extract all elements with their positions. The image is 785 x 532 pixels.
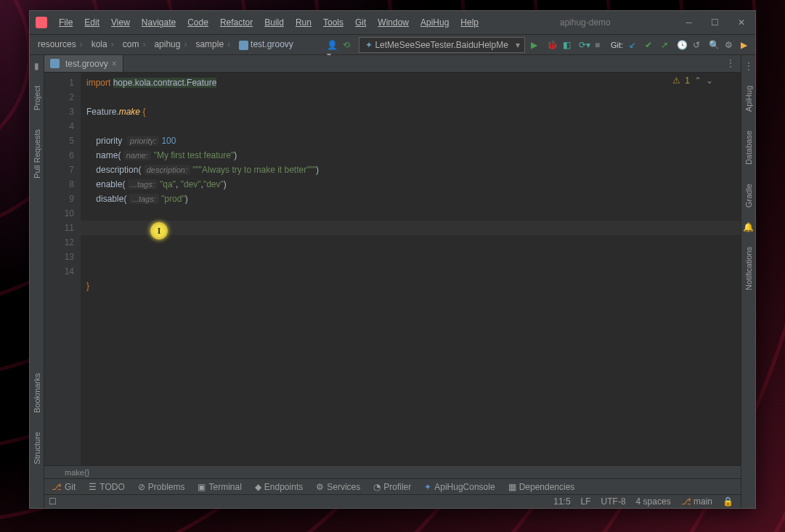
ide-window: File Edit View Navigate Code Refactor Bu… — [29, 10, 756, 509]
crumb-file[interactable]: test.groovy — [235, 38, 297, 51]
profiler-toolwindow-button[interactable]: ◔ Profiler — [373, 482, 411, 492]
notifications-tool-button[interactable]: Notifications — [743, 242, 755, 295]
git-toolwindow-button[interactable]: ⎇ Git — [52, 482, 76, 492]
title-bar: File Edit View Navigate Code Refactor Bu… — [30, 11, 755, 35]
apihug-tool-button[interactable]: ApiHug — [743, 81, 755, 116]
project-collapse-icon[interactable]: ▮ — [34, 61, 39, 71]
editor-tab[interactable]: test.groovy × — [44, 55, 123, 72]
notifications-icon[interactable]: 🔔 — [743, 222, 754, 232]
problems-toolwindow-button[interactable]: ⊘ Problems — [138, 482, 185, 492]
git-history-button[interactable]: 🕓 — [677, 40, 687, 50]
code-content[interactable]: import hope.kola.contract.Feature Featur… — [81, 73, 741, 465]
groovy-file-icon — [239, 41, 248, 50]
coverage-button[interactable]: ◧ — [563, 40, 573, 50]
menu-edit[interactable]: Edit — [78, 13, 105, 32]
bookmarks-tool-button[interactable]: Bookmarks — [31, 369, 43, 417]
git-update-button[interactable]: ↙ — [629, 40, 639, 50]
menu-navigate[interactable]: Navigate — [136, 13, 182, 32]
dependencies-toolwindow-button[interactable]: ▦ Dependencies — [508, 482, 575, 492]
services-toolwindow-button[interactable]: ⚙ Services — [316, 482, 360, 492]
bottom-toolwindow-bar: ⎇ Git ☰ TODO ⊘ Problems ▣ Terminal ◆ End… — [44, 478, 741, 494]
tab-options-button[interactable]: ⋮ — [720, 55, 741, 72]
add-user-icon[interactable]: 👤▾ — [327, 40, 337, 50]
tab-close-button[interactable]: × — [112, 59, 117, 69]
code-editor[interactable]: 1234567891011121314 import hope.kola.con… — [44, 73, 741, 465]
run-button[interactable]: ▶ — [531, 40, 541, 50]
line-sep[interactable]: LF — [581, 496, 591, 507]
endpoints-toolwindow-button[interactable]: ◆ Endpoints — [255, 482, 303, 492]
menu-build[interactable]: Build — [259, 13, 290, 32]
toolwindow-toggle-button[interactable]: ☐ — [49, 496, 57, 507]
more-run-button[interactable]: ⟳▾ — [579, 40, 589, 50]
lock-icon[interactable]: 🔒 — [723, 496, 733, 507]
menu-view[interactable]: View — [105, 13, 136, 32]
menu-refactor[interactable]: Refactor — [214, 13, 259, 32]
search-everywhere-button[interactable]: 🔍 — [709, 40, 719, 50]
stop-button[interactable]: ■ — [595, 40, 605, 50]
settings-button[interactable]: ⚙ — [725, 40, 735, 50]
pullrequests-tool-button[interactable]: Pull Requests — [31, 125, 43, 183]
build-icon[interactable]: ⟲ — [343, 40, 353, 50]
crumb-kola[interactable]: kola — [88, 38, 118, 51]
menu-tools[interactable]: Tools — [317, 13, 349, 32]
crumb-sample[interactable]: sample — [192, 38, 234, 51]
editor-area: test.groovy × ⋮ 1234567891011121314 impo… — [44, 55, 741, 508]
crumb-apihug[interactable]: apihug — [150, 38, 190, 51]
structure-crumb[interactable]: make{} — [44, 465, 741, 478]
editor-body: ▮ Project Pull Requests Bookmarks Struct… — [30, 55, 755, 508]
database-tool-button[interactable]: Database — [743, 126, 755, 169]
menu-code[interactable]: Code — [182, 13, 214, 32]
inspection-indicator[interactable]: ⚠ 1 ⌃ ⌄ — [672, 75, 713, 86]
menu-apihug[interactable]: ApiHug — [415, 13, 455, 32]
maximize-button[interactable]: ☐ — [711, 17, 719, 28]
debug-button[interactable]: 🐞 — [547, 40, 557, 50]
menu-run[interactable]: Run — [290, 13, 317, 32]
right-toolwindow-bar: ⋮ ApiHug Database Gradle 🔔 Notifications — [741, 55, 755, 508]
todo-toolwindow-button[interactable]: ☰ TODO — [89, 482, 124, 492]
menu-bar: File Edit View Navigate Code Refactor Bu… — [53, 13, 484, 32]
left-toolwindow-bar: ▮ Project Pull Requests Bookmarks Struct… — [30, 55, 44, 508]
warning-icon: ⚠ — [672, 75, 680, 86]
cursor-highlight-icon: I — [150, 222, 168, 240]
project-tool-button[interactable]: Project — [31, 81, 43, 115]
gradle-tool-button[interactable]: Gradle — [743, 179, 755, 212]
window-controls: ─ ☐ ✕ — [686, 17, 755, 28]
tab-label: test.groovy — [65, 59, 108, 69]
navigation-toolbar: resources kola com apihug sample test.gr… — [30, 35, 755, 55]
right-options-icon[interactable]: ⋮ — [744, 61, 753, 71]
menu-help[interactable]: Help — [455, 13, 484, 32]
git-commit-button[interactable]: ✔ — [645, 40, 655, 50]
window-title: apihug-demo — [484, 17, 686, 28]
indent[interactable]: 4 spaces — [636, 496, 671, 507]
encoding[interactable]: UTF-8 — [601, 496, 626, 507]
terminal-toolwindow-button[interactable]: ▣ Terminal — [198, 482, 241, 492]
plugin-icon[interactable]: ▶ — [741, 40, 751, 50]
apihugconsole-toolwindow-button[interactable]: ✦ ApiHugConsole — [424, 482, 495, 492]
menu-window[interactable]: Window — [372, 13, 415, 32]
git-push-button[interactable]: ↗ — [661, 40, 671, 50]
menu-git[interactable]: Git — [349, 13, 372, 32]
next-highlight-button[interactable]: ⌄ — [706, 75, 713, 86]
prev-highlight-button[interactable]: ⌃ — [694, 75, 701, 86]
minimize-button[interactable]: ─ — [686, 17, 692, 28]
close-button[interactable]: ✕ — [738, 17, 745, 28]
breadcrumb: resources kola com apihug sample test.gr… — [34, 38, 297, 51]
groovy-file-icon — [50, 59, 60, 68]
git-revert-button[interactable]: ↺ — [693, 40, 703, 50]
crumb-resources[interactable]: resources — [34, 38, 86, 51]
structure-tool-button[interactable]: Structure — [31, 427, 43, 469]
run-config-selector[interactable]: ✦ LetMeSeeSeeTester.BaiduHelpMe — [359, 37, 525, 53]
git-branch[interactable]: ⎇ main — [681, 496, 712, 507]
cursor-position[interactable]: 11:5 — [553, 496, 570, 507]
menu-file[interactable]: File — [53, 13, 78, 32]
git-label: Git: — [611, 41, 623, 49]
crumb-com[interactable]: com — [119, 38, 150, 51]
editor-tabs: test.groovy × ⋮ — [44, 55, 741, 73]
status-bar: ☐ 11:5 LF UTF-8 4 spaces ⎇ main 🔒 — [44, 494, 741, 508]
app-icon — [36, 17, 47, 28]
line-gutter: 1234567891011121314 — [44, 73, 81, 465]
